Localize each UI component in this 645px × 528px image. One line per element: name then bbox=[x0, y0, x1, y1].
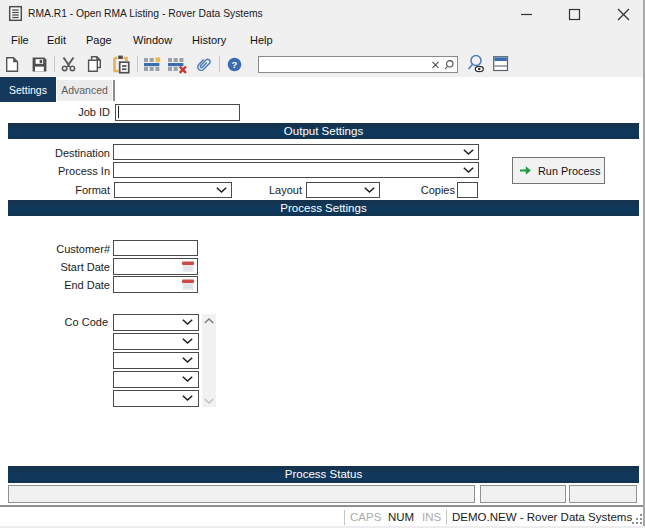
svg-text:?: ? bbox=[232, 59, 238, 70]
